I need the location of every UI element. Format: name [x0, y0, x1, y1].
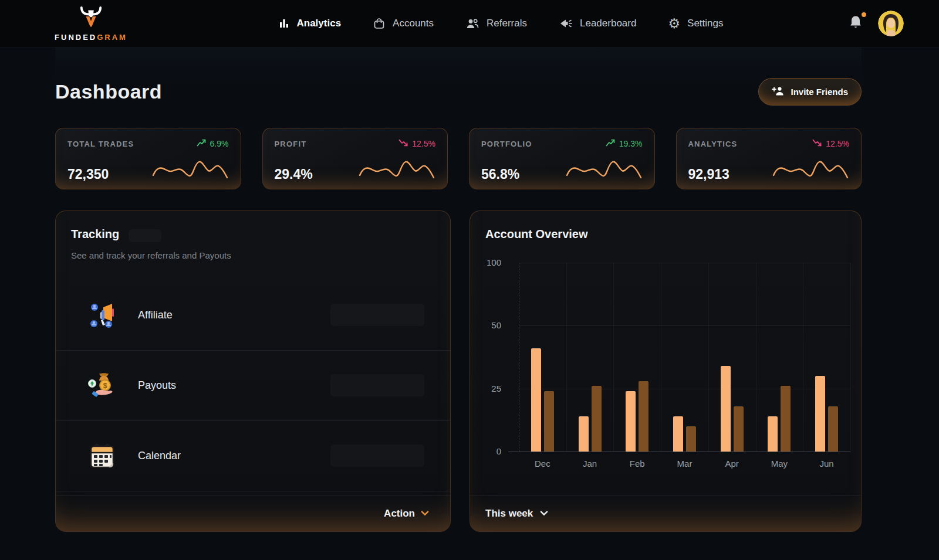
tracking-row-calendar[interactable]: Calendar	[56, 421, 450, 491]
tracking-row-payouts[interactable]: $ Payouts	[56, 351, 450, 421]
megaphone-icon	[559, 17, 573, 30]
sparkline-chart	[358, 154, 435, 184]
chevron-down-icon	[421, 511, 429, 516]
nav-item-accounts[interactable]: Accounts	[373, 17, 434, 30]
sparkline-chart	[565, 154, 643, 184]
user-avatar[interactable]	[878, 11, 904, 36]
account-overview-card: Account Overview 02550100DecJanFebMarApr…	[470, 211, 862, 532]
stat-value: 29.4%	[275, 167, 313, 182]
v-gridline	[613, 263, 614, 452]
tracking-title: Tracking	[71, 228, 119, 241]
h-gridline	[519, 325, 850, 326]
stat-card-total-trades[interactable]: TOTAL TRADES 6.9% 72,350	[55, 128, 241, 189]
tracking-footer: Action	[56, 495, 450, 531]
bar-dec-secondary	[544, 391, 554, 452]
x-axis-label: Jun	[803, 459, 850, 469]
bar-jun-secondary	[828, 406, 838, 452]
y-axis-tick: 50	[476, 320, 501, 330]
stat-label: PORTFOLIO	[481, 140, 532, 148]
bar-jun-primary	[815, 376, 825, 452]
invite-friends-button[interactable]: Invite Friends	[758, 78, 862, 106]
x-axis-label: Mar	[661, 459, 708, 469]
page-title: Dashboard	[55, 80, 162, 103]
bell-icon	[849, 22, 863, 32]
action-dropdown[interactable]: Action	[384, 508, 429, 520]
calendar-icon	[87, 441, 117, 470]
stat-card-profit[interactable]: PROFIT 12.5% 29.4%	[262, 128, 448, 189]
x-axis-label: Dec	[519, 459, 566, 469]
top-nav-bar: FUNDEDGRAM Analytics Accounts	[0, 0, 939, 47]
nav-item-label: Accounts	[393, 18, 434, 29]
bar-chart-icon	[278, 18, 290, 29]
stat-change-badge: 19.3%	[606, 139, 643, 148]
stat-label: ANALYTICS	[688, 140, 738, 148]
invite-friends-label: Invite Friends	[791, 87, 848, 97]
h-gridline	[519, 389, 850, 389]
stat-change-badge: 12.5%	[812, 139, 849, 148]
header-actions	[849, 11, 904, 36]
ghost-placeholder	[129, 229, 161, 242]
person-add-icon	[772, 86, 785, 98]
v-gridline	[850, 263, 851, 452]
bar-dec-primary	[531, 348, 541, 452]
bar-feb-primary	[626, 391, 636, 452]
nav-item-analytics[interactable]: Analytics	[278, 17, 342, 30]
stat-value: 56.8%	[481, 167, 519, 182]
this-week-dropdown[interactable]: This week	[485, 508, 548, 520]
stats-row: TOTAL TRADES 6.9% 72,350 PROFIT 12.5%	[55, 128, 862, 189]
brand-logo[interactable]: FUNDEDGRAM	[53, 6, 129, 42]
nav-item-label: Leaderboard	[580, 18, 636, 29]
x-axis-label: May	[756, 459, 803, 469]
ghost-placeholder	[330, 444, 424, 467]
v-gridline	[756, 263, 756, 452]
stat-card-portfolio[interactable]: PORTFOLIO 19.3% 56.8%	[469, 128, 655, 189]
v-gridline	[519, 263, 519, 452]
bar-mar-primary	[673, 416, 683, 452]
dashboard-page: Dashboard Invite Friends TOTAL TRADES 6.…	[55, 47, 862, 532]
nav-item-settings[interactable]: ⚙ Settings	[668, 17, 723, 30]
x-axis-label: Jan	[566, 459, 614, 469]
panels-row: Tracking See and track your referrals an…	[55, 211, 862, 532]
stat-value: 72,350	[67, 167, 109, 182]
tracking-card: Tracking See and track your referrals an…	[55, 211, 451, 532]
bar-jan-secondary	[592, 386, 602, 452]
notification-badge	[862, 12, 866, 17]
y-axis-tick: 25	[476, 383, 501, 393]
stat-label: PROFIT	[275, 140, 307, 148]
ghost-placeholder	[330, 374, 424, 396]
bar-feb-secondary	[639, 381, 648, 452]
stat-change-value: 19.3%	[619, 139, 643, 148]
tracking-item-label: Affiliate	[138, 309, 173, 321]
trend-up-icon	[606, 139, 615, 148]
stat-value: 92,913	[688, 167, 729, 182]
ghost-placeholder	[330, 304, 424, 326]
y-axis-tick: 0	[476, 446, 501, 456]
bar-apr-secondary	[734, 406, 744, 452]
chevron-down-icon	[540, 511, 548, 516]
tracking-list: Affiliate $	[56, 280, 450, 491]
overview-footer: This week	[470, 495, 861, 531]
bar-may-secondary	[781, 386, 791, 452]
gear-icon: ⚙	[668, 17, 680, 30]
x-axis-label: Apr	[708, 459, 756, 469]
stat-change-badge: 12.5%	[398, 139, 435, 148]
svg-text:$: $	[103, 382, 107, 390]
stat-card-analytics[interactable]: ANALYTICS 12.5% 92,913	[676, 128, 862, 189]
v-gridline	[803, 263, 803, 452]
nav-item-leaderboard[interactable]: Leaderboard	[559, 17, 636, 30]
nav-item-label: Analytics	[297, 18, 342, 29]
stat-change-value: 12.5%	[826, 139, 849, 148]
nav-item-label: Settings	[687, 18, 723, 29]
h-gridline	[519, 263, 850, 263]
notifications-button[interactable]	[849, 15, 863, 32]
bar-chart: 02550100DecJanFebMarAprMayJun	[470, 211, 861, 495]
tracking-item-label: Calendar	[138, 450, 181, 462]
action-dropdown-label: Action	[384, 508, 415, 520]
bar-may-primary	[768, 416, 778, 452]
tracking-row-affiliate[interactable]: Affiliate	[56, 280, 450, 351]
v-gridline	[566, 263, 567, 452]
brand-name: FUNDEDGRAM	[55, 33, 127, 42]
nav-item-referrals[interactable]: Referrals	[465, 17, 527, 30]
stat-change-value: 12.5%	[412, 139, 435, 148]
affiliate-megaphone-icon	[87, 300, 117, 330]
